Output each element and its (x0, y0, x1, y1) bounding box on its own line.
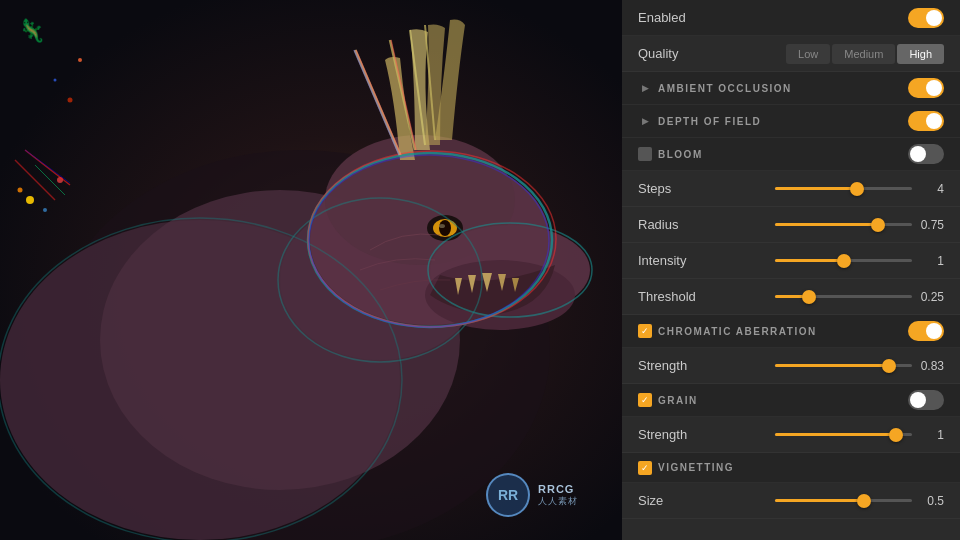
svg-point-11 (439, 220, 451, 236)
bloom-checkbox[interactable] (638, 147, 652, 161)
grain-checkbox[interactable] (638, 393, 652, 407)
chromatic-strength-slider[interactable] (775, 364, 912, 367)
intensity-row: Intensity 1 (622, 243, 960, 279)
watermark-logo: RR (486, 473, 530, 517)
svg-point-36 (68, 98, 73, 103)
grain-toggle[interactable] (908, 390, 944, 410)
intensity-value: 1 (912, 254, 944, 268)
grain-strength-label: Strength (638, 427, 775, 442)
ambient-occlusion-label: AMBIENT OCCLUSION (658, 83, 908, 94)
settings-panel: Enabled Quality Low Medium High ▶ AMBIEN… (622, 0, 960, 540)
svg-point-28 (43, 208, 47, 212)
size-slider-container (775, 499, 912, 502)
quality-buttons: Low Medium High (786, 44, 944, 64)
threshold-label: Threshold (638, 289, 775, 304)
steps-label: Steps (638, 181, 775, 196)
grain-strength-slider[interactable] (775, 433, 912, 436)
ambient-occlusion-toggle[interactable] (908, 78, 944, 98)
svg-point-34 (78, 58, 82, 62)
svg-text:🦎: 🦎 (18, 17, 46, 44)
threshold-slider-container (775, 295, 912, 298)
chromatic-aberration-label: CHROMATIC ABERRATION (658, 326, 908, 337)
chromatic-strength-slider-container (775, 364, 912, 367)
size-label: Size (638, 493, 775, 508)
arrow-icon-dof: ▶ (638, 114, 652, 128)
intensity-slider[interactable] (775, 259, 912, 262)
watermark-text: RRCG 人人素材 (538, 483, 578, 508)
quality-high-button[interactable]: High (897, 44, 944, 64)
depth-of-field-label: DEPTH OF FIELD (658, 116, 908, 127)
depth-of-field-toggle[interactable] (908, 111, 944, 131)
vignetting-label: VIGNETTING (658, 462, 944, 473)
steps-value: 4 (912, 182, 944, 196)
svg-point-26 (26, 196, 34, 204)
enabled-toggle[interactable] (908, 8, 944, 28)
bloom-section[interactable]: BLOOM (622, 138, 960, 171)
enabled-label: Enabled (638, 10, 908, 25)
radius-label: Radius (638, 217, 775, 232)
intensity-label: Intensity (638, 253, 775, 268)
radius-row: Radius 0.75 (622, 207, 960, 243)
grain-strength-slider-container (775, 433, 912, 436)
size-slider[interactable] (775, 499, 912, 502)
chromatic-aberration-toggle[interactable] (908, 321, 944, 341)
vignetting-checkbox[interactable] (638, 461, 652, 475)
radius-slider[interactable] (775, 223, 912, 226)
intensity-slider-container (775, 259, 912, 262)
viewport: 🦎 RR RRCG 人人素材 (0, 0, 622, 540)
bloom-toggle[interactable] (908, 144, 944, 164)
svg-point-29 (18, 188, 23, 193)
grain-strength-row: Strength 1 (622, 417, 960, 453)
watermark: RR RRCG 人人素材 (462, 470, 602, 520)
threshold-row: Threshold 0.25 (622, 279, 960, 315)
depth-of-field-section[interactable]: ▶ DEPTH OF FIELD (622, 105, 960, 138)
arrow-icon: ▶ (638, 81, 652, 95)
steps-slider-container (775, 187, 912, 190)
chromatic-strength-label: Strength (638, 358, 775, 373)
threshold-value: 0.25 (912, 290, 944, 304)
chromatic-aberration-section[interactable]: CHROMATIC ABERRATION (622, 315, 960, 348)
grain-label: GRAIN (658, 395, 908, 406)
quality-label: Quality (638, 46, 786, 61)
creature-render: 🦎 (0, 0, 622, 540)
vignetting-section[interactable]: VIGNETTING (622, 453, 960, 483)
svg-point-12 (439, 224, 445, 228)
grain-section[interactable]: GRAIN (622, 384, 960, 417)
quality-medium-button[interactable]: Medium (832, 44, 895, 64)
steps-slider[interactable] (775, 187, 912, 190)
quality-low-button[interactable]: Low (786, 44, 830, 64)
svg-point-35 (54, 79, 57, 82)
radius-slider-container (775, 223, 912, 226)
enabled-row: Enabled (622, 0, 960, 36)
quality-row: Quality Low Medium High (622, 36, 960, 72)
threshold-slider[interactable] (775, 295, 912, 298)
chromatic-strength-row: Strength 0.83 (622, 348, 960, 384)
size-row: Size 0.5 (622, 483, 960, 519)
size-value: 0.5 (912, 494, 944, 508)
radius-value: 0.75 (912, 218, 944, 232)
ambient-occlusion-section[interactable]: ▶ AMBIENT OCCLUSION (622, 72, 960, 105)
bloom-label: BLOOM (658, 149, 908, 160)
grain-strength-value: 1 (912, 428, 944, 442)
chromatic-aberration-checkbox[interactable] (638, 324, 652, 338)
chromatic-strength-value: 0.83 (912, 359, 944, 373)
steps-row: Steps 4 (622, 171, 960, 207)
